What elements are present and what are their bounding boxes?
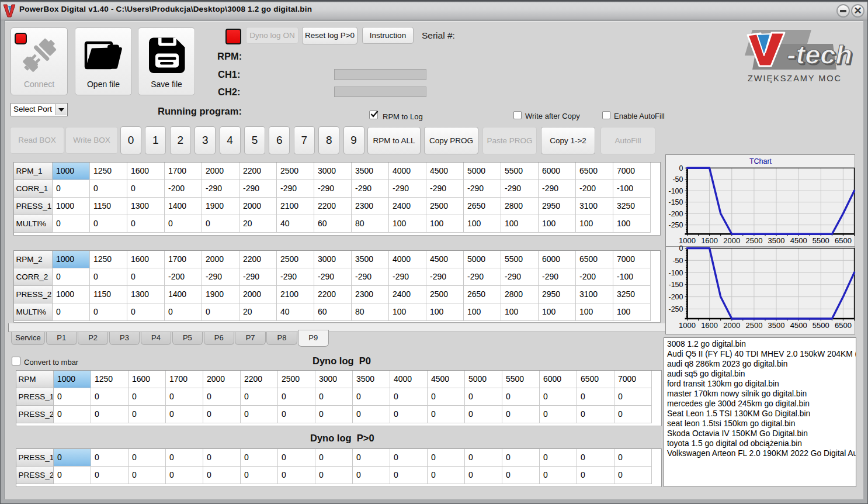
svg-text:6500: 6500 — [835, 321, 852, 330]
svg-text:6500: 6500 — [835, 236, 852, 245]
svg-text:0: 0 — [679, 164, 683, 172]
svg-text:5500: 5500 — [813, 321, 829, 330]
svg-text:3500: 3500 — [768, 321, 785, 330]
svg-text:-150: -150 — [668, 281, 683, 289]
svg-text:-100: -100 — [668, 269, 683, 277]
svg-text:ZWIĘKSZAMY MOC: ZWIĘKSZAMY MOC — [748, 74, 842, 83]
svg-text:2000: 2000 — [723, 321, 740, 330]
svg-text:3500: 3500 — [768, 236, 785, 245]
svg-text:-250: -250 — [668, 221, 683, 229]
svg-text:0: 0 — [679, 244, 683, 253]
svg-text:1000: 1000 — [679, 236, 696, 245]
svg-text:2000: 2000 — [723, 236, 740, 245]
svg-text:4500: 4500 — [790, 321, 807, 330]
svg-text:1600: 1600 — [701, 321, 718, 330]
svg-text:-100: -100 — [668, 187, 683, 195]
svg-text:-50: -50 — [672, 257, 683, 265]
svg-text:2500: 2500 — [745, 321, 762, 330]
svg-text:-250: -250 — [668, 305, 683, 313]
svg-text:1600: 1600 — [701, 236, 718, 245]
svg-text:5500: 5500 — [813, 236, 829, 245]
svg-text:2500: 2500 — [745, 236, 762, 245]
svg-text:-tech: -tech — [787, 40, 852, 70]
svg-text:-50: -50 — [672, 175, 683, 184]
svg-text:1000: 1000 — [679, 321, 696, 330]
svg-text:-150: -150 — [668, 198, 683, 206]
svg-text:4500: 4500 — [790, 236, 807, 245]
svg-text:-200: -200 — [668, 210, 683, 218]
svg-text:-200: -200 — [668, 293, 683, 301]
svg-text:TChart: TChart — [749, 157, 772, 165]
